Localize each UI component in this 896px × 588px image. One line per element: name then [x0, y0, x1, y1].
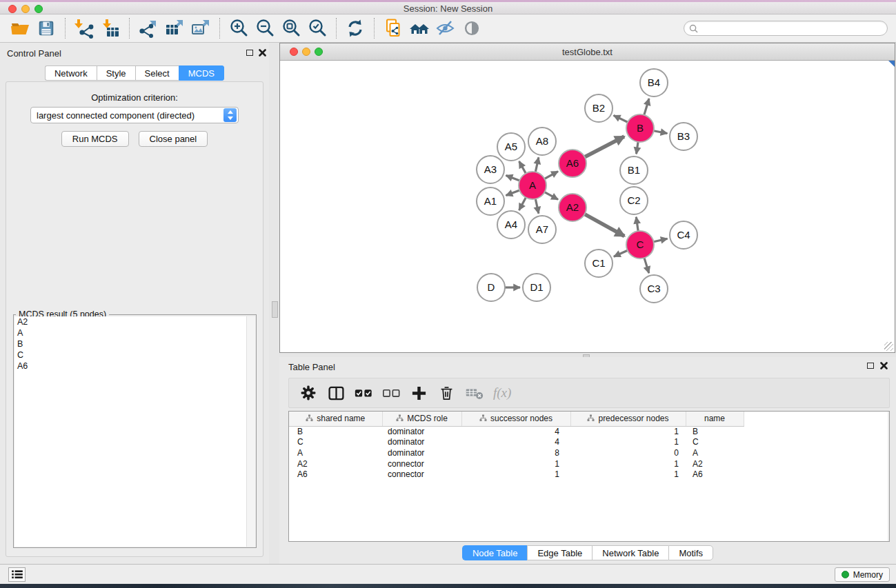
table-cell[interactable]: connector — [382, 458, 461, 469]
node-C2[interactable]: C2 — [620, 187, 648, 214]
edge-A-A2[interactable] — [545, 192, 559, 200]
import-network-button[interactable] — [71, 17, 97, 40]
scrollbar-track[interactable] — [246, 316, 255, 547]
node-A1[interactable]: A1 — [477, 187, 504, 215]
node-table-body[interactable]: Bdominator41BCdominator41CAdominator80AA… — [289, 426, 889, 480]
close-table-panel-icon[interactable] — [880, 362, 888, 369]
column-header-successor-nodes[interactable]: successor nodes — [461, 412, 570, 426]
edge-C-C3[interactable] — [644, 258, 649, 273]
function-builder-button[interactable]: f(x) — [489, 381, 515, 405]
search-field[interactable] — [684, 21, 888, 36]
tab-network[interactable]: Network — [45, 65, 97, 81]
edge-A-A5[interactable] — [519, 161, 526, 174]
edge-A-A1[interactable] — [506, 190, 520, 195]
birdseye-toggle-icon[interactable] — [888, 61, 895, 67]
table-cell[interactable]: 1 — [570, 426, 686, 437]
hide-graphics-details-button[interactable] — [432, 17, 459, 40]
close-panel-icon[interactable] — [259, 49, 266, 57]
export-network-button[interactable] — [135, 17, 161, 40]
table-cell[interactable]: 1 — [570, 437, 686, 448]
node-A[interactable]: A — [519, 172, 546, 199]
edge-A-A6[interactable] — [545, 172, 559, 179]
column-header-MCDS-role[interactable]: MCDS role — [382, 412, 461, 426]
node-A7[interactable]: A7 — [528, 216, 556, 243]
edge-B-B3[interactable] — [654, 131, 668, 134]
mcds-result-item[interactable]: B — [14, 338, 255, 349]
node-A6[interactable]: A6 — [559, 150, 586, 177]
table-cell[interactable]: A6 — [289, 469, 382, 480]
table-cell[interactable]: dominator — [382, 437, 461, 448]
select-all-button[interactable] — [351, 381, 376, 405]
table-row[interactable]: Cdominator41C — [289, 437, 889, 448]
network-canvas[interactable]: B4B2BB3A8A5A6A3B1AC2A1A2A4A7C4CC1DD1C3 — [280, 61, 895, 352]
mcds-result-item[interactable]: A2 — [14, 316, 255, 327]
tab-motifs[interactable]: Motifs — [668, 545, 713, 560]
node-B1[interactable]: B1 — [620, 156, 648, 184]
edge-A2-C[interactable] — [585, 214, 625, 236]
clone-network-button[interactable] — [380, 17, 406, 40]
table-row[interactable]: A6connector11A6 — [289, 469, 889, 480]
tab-edge-table[interactable]: Edge Table — [527, 545, 592, 560]
edge-A-A8[interactable] — [535, 157, 539, 172]
show-graphics-details-button[interactable] — [459, 17, 485, 40]
refresh-view-button[interactable] — [342, 17, 368, 40]
task-history-button[interactable] — [8, 567, 26, 582]
table-cell[interactable]: C — [289, 437, 382, 448]
edge-A-A7[interactable] — [535, 199, 539, 214]
run-mcds-button[interactable]: Run MCDS — [61, 131, 129, 147]
delete-table-button[interactable] — [461, 381, 486, 405]
tab-style[interactable]: Style — [97, 65, 135, 81]
node-B2[interactable]: B2 — [585, 94, 613, 122]
node-A2[interactable]: A2 — [559, 194, 586, 221]
node-C1[interactable]: C1 — [585, 250, 613, 277]
table-cell[interactable]: 8 — [461, 447, 570, 458]
table-cell[interactable]: A2 — [686, 458, 744, 469]
table-scrollbar-track[interactable] — [888, 412, 889, 541]
table-row[interactable]: A2connector11A2 — [289, 458, 889, 469]
export-image-button[interactable] — [188, 17, 214, 40]
table-cell[interactable]: A — [289, 447, 382, 458]
table-cell[interactable]: dominator — [382, 426, 461, 437]
tab-node-table[interactable]: Node Table — [462, 545, 528, 560]
table-row[interactable]: Adominator80A — [289, 447, 889, 458]
node-C[interactable]: C — [626, 231, 654, 258]
network-window-titlebar[interactable]: testGlobe.txt — [280, 43, 895, 61]
add-column-button[interactable] — [406, 381, 431, 405]
edge-C-C1[interactable] — [614, 250, 628, 256]
mcds-result-item[interactable]: C — [14, 349, 255, 361]
close-panel-button[interactable]: Close panel — [139, 131, 208, 147]
save-session-button[interactable] — [33, 17, 59, 40]
mcds-result-item[interactable]: A6 — [14, 361, 255, 372]
node-B3[interactable]: B3 — [670, 123, 697, 150]
tab-network-table[interactable]: Network Table — [592, 545, 668, 560]
node-A5[interactable]: A5 — [497, 133, 525, 161]
node-B[interactable]: B — [626, 114, 654, 142]
table-cell[interactable]: connector — [382, 469, 461, 480]
table-cell[interactable]: A2 — [289, 458, 382, 469]
column-header-predecessor-nodes[interactable]: predecessor nodes — [570, 412, 686, 426]
table-cell[interactable]: 1 — [570, 469, 686, 480]
edge-A-A4[interactable] — [519, 198, 526, 210]
tab-mcds[interactable]: MCDS — [179, 65, 224, 81]
node-C4[interactable]: C4 — [670, 221, 697, 249]
edge-B-B4[interactable] — [644, 99, 649, 115]
table-cell[interactable]: B — [289, 426, 382, 437]
edge-B-B1[interactable] — [637, 142, 639, 154]
table-cell[interactable]: 1 — [461, 458, 570, 469]
node-table[interactable]: shared nameMCDS rolesuccessor nodesprede… — [289, 412, 889, 480]
search-input[interactable] — [698, 22, 887, 34]
delete-column-button[interactable] — [434, 381, 459, 405]
table-cell[interactable]: A6 — [686, 469, 744, 480]
table-cell[interactable]: 4 — [461, 426, 570, 437]
zoom-out-button[interactable] — [252, 17, 278, 40]
edge-B-B2[interactable] — [614, 115, 628, 122]
column-header-shared-name[interactable]: shared name — [289, 412, 382, 426]
table-cell[interactable]: 0 — [570, 447, 686, 458]
show-column-button[interactable] — [323, 381, 348, 405]
node-A4[interactable]: A4 — [497, 211, 525, 239]
node-table-header[interactable]: shared nameMCDS rolesuccessor nodesprede… — [289, 412, 889, 426]
node-D1[interactable]: D1 — [523, 274, 550, 301]
network-graph[interactable]: B4B2BB3A8A5A6A3B1AC2A1A2A4A7C4CC1DD1C3 — [280, 61, 895, 352]
float-table-panel-icon[interactable] — [867, 363, 874, 369]
table-row[interactable]: Bdominator41B — [289, 426, 889, 437]
